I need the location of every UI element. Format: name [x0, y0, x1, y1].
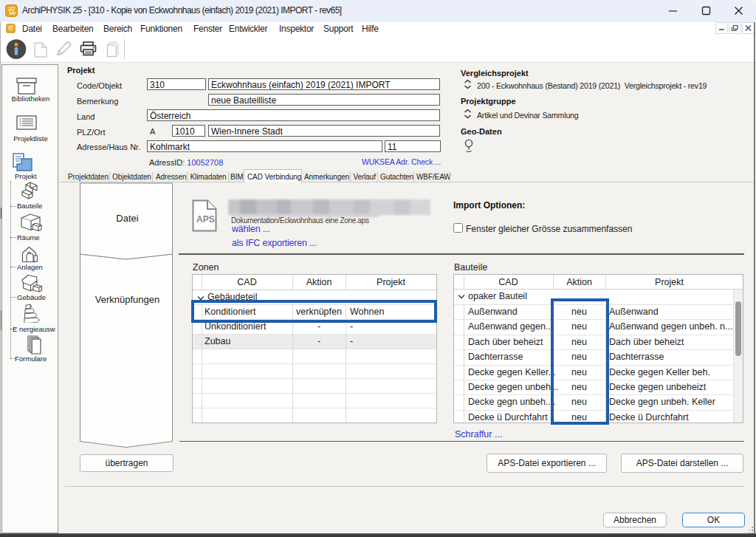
- svg-text:APS: APS: [196, 214, 215, 225]
